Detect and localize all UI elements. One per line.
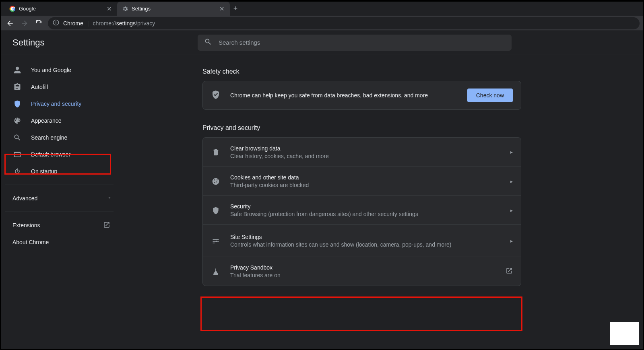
sidebar-item-privacy[interactable]: Privacy and security [1, 95, 122, 112]
settings-main: Safety check Chrome can help keep you sa… [122, 54, 643, 349]
reload-button[interactable] [33, 18, 45, 29]
cookie-icon [211, 177, 221, 185]
check-now-button[interactable]: Check now [467, 89, 513, 102]
row-subtitle: Clear history, cookies, cache, and more [230, 153, 501, 159]
search-icon [13, 134, 21, 142]
site-info-icon[interactable] [53, 19, 59, 27]
sidebar-item-label: On startup [31, 168, 57, 175]
extensions-label: Extensions [12, 222, 40, 229]
tab-settings[interactable]: Settings ✕ [117, 2, 230, 16]
sidebar-item-default-browser[interactable]: Default browser [1, 146, 122, 163]
settings-sidebar: You and Google Autofill Privacy and secu… [1, 54, 122, 349]
sidebar-item-label: Default browser [31, 151, 70, 158]
tab-strip: Google ✕ Settings ✕ + [1, 1, 643, 16]
privacy-heading: Privacy and security [202, 124, 643, 132]
sidebar-item-appearance[interactable]: Appearance [1, 112, 122, 129]
privacy-card: Clear browsing data Clear history, cooki… [202, 137, 521, 286]
safety-text: Chrome can help keep you safe from data … [230, 92, 458, 99]
chevron-down-icon [107, 195, 112, 202]
browser-toolbar: Chrome | chrome://settings/privacy [1, 16, 643, 31]
row-clear-browsing-data[interactable]: Clear browsing data Clear history, cooki… [203, 138, 521, 167]
new-tab-button[interactable]: + [230, 2, 241, 16]
sidebar-item-search-engine[interactable]: Search engine [1, 129, 122, 146]
search-icon [204, 38, 212, 47]
sidebar-item-advanced[interactable]: Advanced [1, 190, 122, 207]
person-icon [13, 66, 21, 74]
row-privacy-sandbox[interactable]: Privacy Sandbox Trial features are on [203, 257, 521, 286]
row-subtitle: Safe Browsing (protection from dangerous… [230, 211, 501, 217]
trash-icon [211, 148, 221, 156]
corner-overlay [610, 322, 639, 345]
external-link-icon [506, 267, 513, 276]
settings-header: Settings Search settings [1, 31, 643, 54]
shield-check-icon [211, 90, 221, 101]
sidebar-item-label: You and Google [31, 67, 71, 73]
sidebar-item-extensions[interactable]: Extensions [1, 217, 122, 234]
row-title: Security [230, 203, 501, 210]
sliders-icon [211, 237, 221, 245]
divider [5, 185, 114, 185]
sidebar-item-autofill[interactable]: Autofill [1, 78, 122, 95]
omnibox-site-label: Chrome [63, 20, 83, 27]
settings-title: Settings [12, 37, 198, 48]
tab-google[interactable]: Google ✕ [4, 2, 117, 16]
row-subtitle: Third-party cookies are blocked [230, 182, 501, 188]
safety-check-heading: Safety check [202, 68, 643, 75]
search-placeholder: Search settings [219, 39, 260, 46]
search-settings-input[interactable]: Search settings [198, 35, 512, 51]
chevron-right-icon: ▸ [510, 149, 513, 155]
row-title: Cookies and other site data [230, 174, 501, 181]
sidebar-item-label: Privacy and security [31, 101, 81, 107]
browser-icon [13, 150, 21, 159]
google-favicon-icon [9, 6, 16, 12]
close-icon[interactable]: ✕ [219, 5, 225, 12]
gear-icon [122, 6, 128, 12]
advanced-label: Advanced [12, 195, 37, 202]
sidebar-item-label: Search engine [31, 134, 67, 141]
power-icon [13, 167, 21, 175]
chevron-right-icon: ▸ [510, 208, 513, 213]
tab-title-settings: Settings [132, 6, 215, 12]
external-link-icon [103, 221, 110, 230]
row-security[interactable]: Security Safe Browsing (protection from … [203, 196, 521, 224]
flask-icon [211, 268, 221, 276]
forward-button[interactable] [19, 18, 30, 29]
row-subtitle: Trial features are on [230, 272, 496, 278]
row-cookies[interactable]: Cookies and other site data Third-party … [203, 167, 521, 196]
settings-app: Settings Search settings You and Google … [1, 31, 643, 349]
row-title: Clear browsing data [230, 145, 501, 152]
row-title: Site Settings [230, 234, 501, 240]
divider [5, 212, 114, 212]
svg-point-2 [56, 21, 56, 22]
chevron-right-icon: ▸ [510, 238, 513, 244]
safety-check-row: Chrome can help keep you safe from data … [203, 81, 521, 109]
chevron-right-icon: ▸ [510, 179, 513, 184]
omnibox-url: chrome://settings/privacy [93, 20, 155, 27]
safety-check-card: Chrome can help keep you safe from data … [202, 81, 521, 110]
sidebar-item-on-startup[interactable]: On startup [1, 163, 122, 180]
about-label: About Chrome [12, 239, 49, 245]
row-subtitle: Controls what information sites can use … [230, 241, 501, 248]
shield-icon [211, 206, 221, 214]
tab-title-google: Google [19, 6, 103, 12]
sidebar-item-label: Appearance [31, 117, 62, 124]
address-bar[interactable]: Chrome | chrome://settings/privacy [48, 17, 640, 29]
palette-icon [13, 117, 21, 125]
shield-icon [13, 100, 21, 108]
sidebar-item-you-and-google[interactable]: You and Google [1, 62, 122, 78]
row-site-settings[interactable]: Site Settings Controls what information … [203, 224, 521, 257]
back-button[interactable] [4, 18, 16, 29]
clipboard-icon [13, 83, 21, 91]
svg-rect-3 [56, 22, 56, 24]
sidebar-item-label: Autofill [31, 84, 48, 90]
close-icon[interactable]: ✕ [106, 5, 112, 12]
sidebar-item-about[interactable]: About Chrome [1, 234, 122, 251]
row-title: Privacy Sandbox [230, 264, 496, 271]
